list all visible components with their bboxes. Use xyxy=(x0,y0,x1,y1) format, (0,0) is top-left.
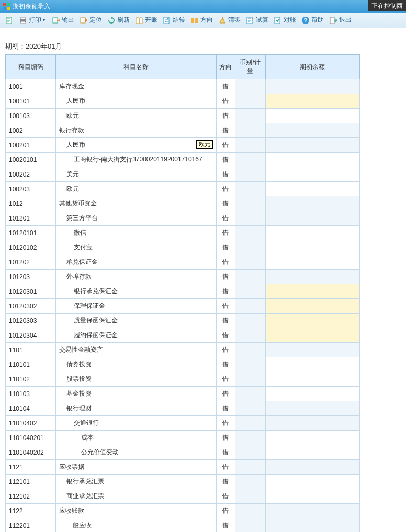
cell-code[interactable]: 1101040201 xyxy=(6,431,56,445)
cell-balance[interactable] xyxy=(265,445,359,460)
cell-currency[interactable] xyxy=(235,167,265,182)
cell-code[interactable]: 100101 xyxy=(6,94,56,109)
cell-currency[interactable] xyxy=(235,211,265,226)
open-button[interactable]: 开账 xyxy=(133,15,160,26)
cell-name[interactable]: 应收账款 xyxy=(56,504,216,518)
table-row[interactable]: 1012其他货币资金借 xyxy=(6,196,360,211)
cell-code[interactable]: 10120301 xyxy=(6,284,56,299)
cell-name[interactable]: 欧元 xyxy=(56,182,216,196)
cell-balance[interactable] xyxy=(265,460,359,475)
cell-code[interactable]: 11010402 xyxy=(6,416,56,431)
cell-direction[interactable]: 借 xyxy=(216,284,235,299)
header-code[interactable]: 科目编码 xyxy=(6,55,56,79)
cell-name[interactable]: 公允价值变动 xyxy=(56,445,216,460)
cell-currency[interactable] xyxy=(235,343,265,357)
cell-balance[interactable] xyxy=(265,401,359,416)
cell-direction[interactable]: 借 xyxy=(216,328,235,343)
cell-direction[interactable]: 借 xyxy=(216,387,235,401)
table-row[interactable]: 10020101工商银行-南大街支行37000201192001710167借 xyxy=(6,153,360,167)
help-button[interactable]: ?帮助 xyxy=(299,15,326,26)
cell-balance[interactable] xyxy=(265,518,359,533)
cell-direction[interactable]: 借 xyxy=(216,299,235,314)
cell-code[interactable]: 1101040202 xyxy=(6,445,56,460)
cell-code[interactable]: 1002 xyxy=(6,123,56,138)
toolbar-draft-button[interactable] xyxy=(3,15,16,26)
table-row[interactable]: 1002银行存款借 xyxy=(6,123,360,138)
cell-name[interactable]: 股票投资 xyxy=(56,372,216,387)
cell-direction[interactable]: 借 xyxy=(216,401,235,416)
cell-name[interactable]: 微信 xyxy=(56,226,216,240)
cell-balance[interactable] xyxy=(265,270,359,284)
table-row[interactable]: 1101040201成本借 xyxy=(6,431,360,445)
cell-name[interactable]: 银行理财 xyxy=(56,401,216,416)
cell-direction[interactable]: 借 xyxy=(216,518,235,533)
cell-currency[interactable] xyxy=(235,138,265,153)
table-row[interactable]: 1001库存现金借 xyxy=(6,79,360,94)
cell-currency[interactable] xyxy=(235,504,265,518)
cell-code[interactable]: 112101 xyxy=(6,475,56,489)
direction-button[interactable]: 方向 xyxy=(188,15,215,26)
cell-name[interactable]: 支付宝 xyxy=(56,240,216,255)
cell-code[interactable]: 110103 xyxy=(6,387,56,401)
cell-currency[interactable] xyxy=(235,109,265,123)
cell-balance[interactable] xyxy=(265,196,359,211)
cell-direction[interactable]: 借 xyxy=(216,167,235,182)
cell-code[interactable]: 1121 xyxy=(6,460,56,475)
cell-name[interactable]: 履约保函保证金 xyxy=(56,328,216,343)
cell-currency[interactable] xyxy=(235,314,265,328)
table-row[interactable]: 101202承兑保证金借 xyxy=(6,255,360,270)
cell-currency[interactable] xyxy=(235,401,265,416)
cell-balance[interactable] xyxy=(265,489,359,504)
cell-direction[interactable]: 借 xyxy=(216,240,235,255)
cell-currency[interactable] xyxy=(235,153,265,167)
cell-name[interactable]: 第三方平台 xyxy=(56,211,216,226)
table-row[interactable]: 1101040202公允价值变动借 xyxy=(6,445,360,460)
cell-name[interactable]: 人民币欧元 xyxy=(56,138,216,153)
output-button[interactable]: 输出 xyxy=(50,15,76,26)
cell-currency[interactable] xyxy=(235,445,265,460)
cell-name[interactable]: 人民币 xyxy=(56,94,216,109)
cell-balance[interactable] xyxy=(265,299,359,314)
table-row[interactable]: 1101交易性金融资产借 xyxy=(6,343,360,357)
cell-name[interactable]: 工商银行-南大街支行37000201192001710167 xyxy=(56,153,216,167)
cell-code[interactable]: 110101 xyxy=(6,357,56,372)
cell-currency[interactable] xyxy=(235,387,265,401)
table-row[interactable]: 110101债券投资借 xyxy=(6,357,360,372)
cell-balance[interactable] xyxy=(265,79,359,94)
cell-direction[interactable]: 借 xyxy=(216,489,235,504)
cell-name[interactable]: 应收票据 xyxy=(56,460,216,475)
header-bal[interactable]: 期初余额 xyxy=(265,55,359,79)
table-row[interactable]: 10120301银行承兑保证金借 xyxy=(6,284,360,299)
cell-balance[interactable] xyxy=(265,284,359,299)
cell-name[interactable]: 银行承兑保证金 xyxy=(56,284,216,299)
cell-currency[interactable] xyxy=(235,460,265,475)
cell-balance[interactable] xyxy=(265,167,359,182)
table-row[interactable]: 1121应收票据借 xyxy=(6,460,360,475)
cell-direction[interactable]: 借 xyxy=(216,357,235,372)
cell-balance[interactable] xyxy=(265,240,359,255)
table-row[interactable]: 100103欧元借 xyxy=(6,109,360,123)
cell-direction[interactable]: 借 xyxy=(216,211,235,226)
balance-grid[interactable]: 科目编码 科目名称 方向 币别/计量 期初余额 1001库存现金借100101人… xyxy=(5,54,360,532)
cell-balance[interactable] xyxy=(265,416,359,431)
cell-direction[interactable]: 借 xyxy=(216,94,235,109)
cell-currency[interactable] xyxy=(235,357,265,372)
cell-code[interactable]: 110102 xyxy=(6,372,56,387)
cell-name[interactable]: 承兑保证金 xyxy=(56,255,216,270)
cell-currency[interactable] xyxy=(235,226,265,240)
table-row[interactable]: 101203外埠存款借 xyxy=(6,270,360,284)
cell-code[interactable]: 101203 xyxy=(6,270,56,284)
table-row[interactable]: 100202美元借 xyxy=(6,167,360,182)
cell-balance[interactable] xyxy=(265,138,359,153)
header-dir[interactable]: 方向 xyxy=(216,55,235,79)
cell-code[interactable]: 1122 xyxy=(6,504,56,518)
cell-code[interactable]: 101202 xyxy=(6,255,56,270)
cell-currency[interactable] xyxy=(235,123,265,138)
cell-currency[interactable] xyxy=(235,518,265,533)
cell-balance[interactable] xyxy=(265,343,359,357)
cell-balance[interactable] xyxy=(265,504,359,518)
cell-currency[interactable] xyxy=(235,299,265,314)
cell-balance[interactable] xyxy=(265,328,359,343)
cell-direction[interactable]: 借 xyxy=(216,460,235,475)
cell-currency[interactable] xyxy=(235,416,265,431)
